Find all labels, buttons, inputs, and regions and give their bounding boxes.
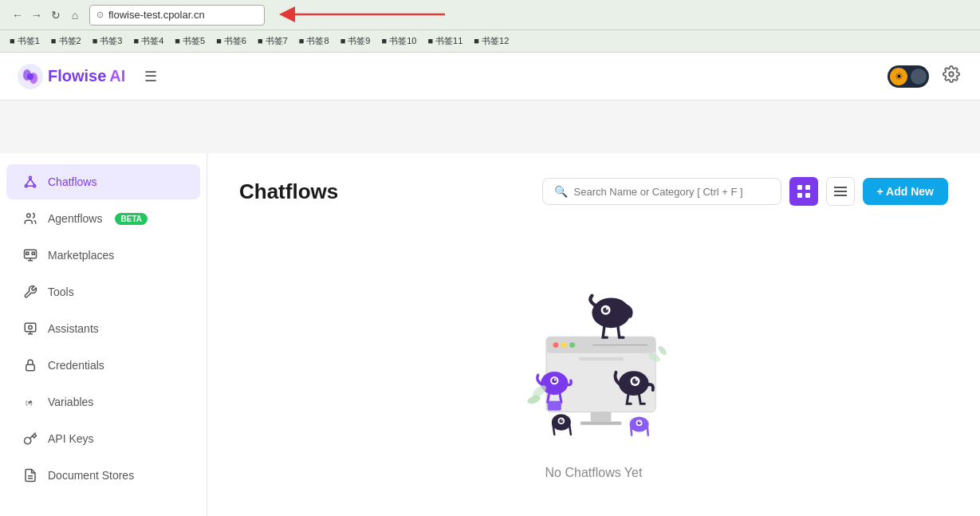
- logo-ai-text: AI: [109, 67, 125, 85]
- beta-badge: BETA: [115, 213, 147, 225]
- sidebar-item-agentflows[interactable]: Agentflows BETA: [6, 201, 200, 236]
- svg-rect-24: [797, 185, 802, 190]
- browser-chrome: ← → ↻ ⌂ ⊙ flowise-test.cpolar.cn: [0, 0, 980, 30]
- bookmark-item[interactable]: ■ 书签8: [296, 33, 333, 49]
- svg-rect-48: [547, 401, 561, 411]
- svg-point-18: [29, 325, 33, 329]
- theme-toggle-button[interactable]: ☀: [888, 65, 929, 88]
- marketplaces-icon: [22, 247, 38, 263]
- home-button[interactable]: ⌂: [67, 7, 83, 23]
- svg-point-34: [561, 342, 566, 348]
- svg-point-64: [656, 345, 667, 356]
- svg-text:(x): (x): [26, 399, 33, 406]
- bookmarks-bar: ■ 书签1 ■ 书签2 ■ 书签3 ■ 书签4 ■ 书签5 ■ 书签6 ■ 书签…: [0, 30, 980, 53]
- svg-point-40: [592, 297, 630, 328]
- empty-illustration: [498, 262, 690, 453]
- search-bar: 🔍: [542, 178, 781, 205]
- bookmark-item[interactable]: ■ 书签9: [337, 33, 374, 49]
- refresh-button[interactable]: ↻: [48, 7, 64, 23]
- content-actions: 🔍: [542, 177, 948, 206]
- logo-flowise-text: Flowise: [48, 67, 106, 85]
- variables-icon: (x): [22, 394, 38, 410]
- sun-icon: ☀: [890, 68, 907, 85]
- credentials-label: Credentials: [48, 359, 104, 372]
- svg-rect-30: [834, 195, 847, 196]
- logo-icon: [16, 62, 45, 91]
- marketplaces-label: Marketplaces: [48, 249, 114, 262]
- agentflows-label: Agentflows: [48, 212, 102, 225]
- sidebar-item-credentials[interactable]: Credentials: [6, 348, 200, 383]
- svg-point-52: [635, 379, 637, 381]
- api-keys-icon: [22, 431, 38, 447]
- bookmark-item[interactable]: ■ 书签11: [424, 33, 466, 49]
- add-new-button[interactable]: + Add New: [863, 178, 948, 205]
- svg-rect-27: [805, 193, 810, 198]
- assistants-icon: [22, 321, 38, 337]
- main-layout: Chatflows Agentflows BETA: [0, 153, 980, 516]
- add-new-label: + Add New: [877, 185, 934, 198]
- hamburger-button[interactable]: ☰: [138, 64, 163, 89]
- bookmark-item[interactable]: ■ 书签7: [254, 33, 291, 49]
- empty-state: No Chatflows Yet: [239, 230, 948, 512]
- svg-rect-37: [579, 357, 624, 360]
- chatflows-label: Chatflows: [48, 175, 96, 188]
- back-button[interactable]: ←: [10, 7, 26, 23]
- svg-point-5: [27, 73, 33, 80]
- bookmark-item[interactable]: ■ 书签5: [171, 33, 208, 49]
- sidebar-item-variables[interactable]: (x) Variables: [6, 384, 200, 419]
- svg-rect-15: [26, 252, 29, 254]
- svg-point-43: [606, 308, 608, 310]
- svg-point-33: [553, 342, 558, 348]
- svg-line-10: [26, 179, 30, 185]
- api-keys-label: API Keys: [48, 432, 94, 445]
- svg-point-55: [559, 419, 563, 423]
- grid-view-button[interactable]: [789, 177, 818, 206]
- assistants-label: Assistants: [48, 322, 99, 335]
- moon-icon: [911, 69, 927, 85]
- search-input[interactable]: [574, 186, 769, 198]
- forward-button[interactable]: →: [29, 7, 45, 23]
- logo-area: FlowiseAI ☰: [16, 62, 163, 91]
- security-icon: ⊙: [96, 10, 104, 20]
- bookmark-item[interactable]: ■ 书签1: [6, 33, 43, 49]
- svg-rect-17: [25, 323, 36, 332]
- svg-point-56: [561, 419, 562, 421]
- svg-point-7: [30, 176, 32, 179]
- agentflows-icon: [22, 211, 38, 226]
- svg-point-47: [553, 379, 556, 381]
- credentials-icon: [22, 357, 38, 373]
- bookmark-item[interactable]: ■ 书签6: [213, 33, 250, 49]
- svg-point-6: [949, 72, 954, 77]
- empty-state-text: No Chatflows Yet: [545, 466, 643, 480]
- bookmark-item[interactable]: ■ 书签4: [130, 33, 167, 49]
- red-arrow: [287, 3, 447, 26]
- chatflows-icon: [22, 174, 38, 190]
- settings-button[interactable]: [939, 64, 964, 89]
- svg-rect-28: [834, 187, 847, 188]
- svg-point-60: [639, 422, 640, 423]
- bookmark-item[interactable]: ■ 书签10: [378, 33, 419, 49]
- sidebar: Chatflows Agentflows BETA: [0, 153, 207, 516]
- svg-point-13: [27, 214, 31, 218]
- document-stores-icon: [22, 467, 38, 483]
- address-bar[interactable]: ⊙ flowise-test.cpolar.cn: [89, 5, 265, 26]
- svg-rect-16: [32, 252, 34, 254]
- sidebar-item-assistants[interactable]: Assistants: [6, 311, 200, 346]
- app-header: FlowiseAI ☰ ☀: [0, 53, 980, 100]
- sidebar-item-tools[interactable]: Tools: [6, 274, 200, 309]
- tools-label: Tools: [48, 286, 74, 298]
- sidebar-item-chatflows[interactable]: Chatflows: [6, 164, 200, 199]
- bookmark-item[interactable]: ■ 书签2: [48, 33, 85, 49]
- sidebar-item-marketplaces[interactable]: Marketplaces: [6, 238, 200, 273]
- sidebar-item-api-keys[interactable]: API Keys: [6, 421, 200, 456]
- bookmark-item[interactable]: ■ 书签3: [89, 33, 126, 49]
- svg-rect-26: [797, 193, 802, 198]
- list-view-button[interactable]: [826, 177, 855, 206]
- svg-point-35: [569, 342, 575, 348]
- svg-rect-39: [580, 422, 620, 425]
- header-right: ☀: [888, 64, 964, 89]
- sidebar-item-document-stores[interactable]: Document Stores: [6, 458, 200, 493]
- bookmark-item[interactable]: ■ 书签12: [470, 33, 512, 49]
- svg-rect-29: [834, 191, 847, 192]
- page-title: Chatflows: [239, 179, 338, 204]
